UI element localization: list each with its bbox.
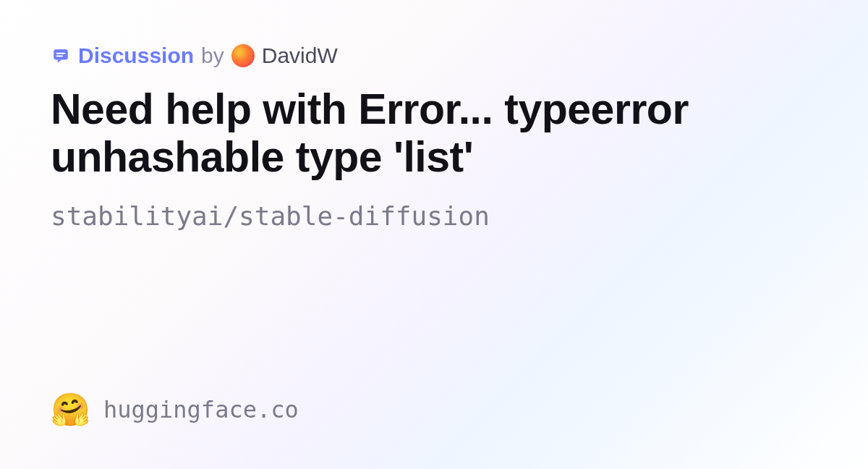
header-row: Discussion by DavidW [51, 43, 817, 68]
svg-rect-0 [54, 49, 68, 59]
social-card: Discussion by DavidW Need help with Erro… [0, 0, 868, 469]
footer: 🤗 huggingface.co [51, 394, 817, 426]
username: DavidW [262, 43, 338, 68]
huggingface-icon: 🤗 [51, 394, 90, 426]
by-text: by [201, 43, 224, 68]
repo-path: stabilityai/stable-diffusion [51, 201, 817, 231]
discussion-icon [51, 46, 71, 66]
discussion-label: Discussion [78, 43, 194, 68]
avatar [231, 44, 255, 67]
discussion-title: Need help with Error... typeerror unhash… [51, 85, 817, 181]
site-url: huggingface.co [103, 396, 299, 423]
